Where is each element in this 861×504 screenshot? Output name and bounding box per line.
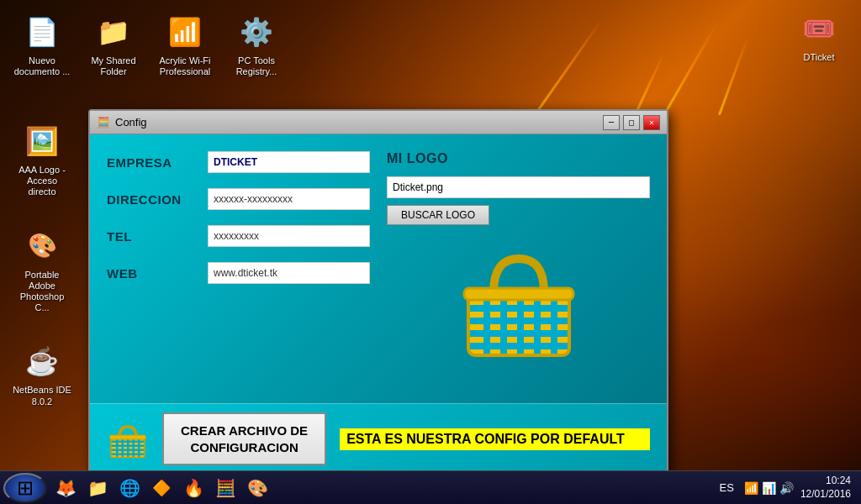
network-icon: 📶 [744,481,758,495]
empresa-row: EMPRESA [107,151,370,173]
my-shared-icon: 📁 [93,12,134,52]
empresa-input[interactable] [208,151,370,173]
my-shared-label: My Shared Folder [83,55,144,77]
aaa-label: AAA Logo - Acceso directo [12,165,72,198]
windows-logo-icon: ⊞ [17,476,34,500]
pctools-label: PC Tools Registry... [226,55,287,77]
buscar-logo-button[interactable]: BUSCAR LOGO [387,205,489,225]
svg-rect-7 [517,292,524,355]
left-panel: EMPRESA DIRECCION TEL WEB [107,151,370,368]
clock: 10:24 12/01/2016 [800,475,851,501]
desktop-icon-aaa[interactable]: 🖼️ AAA Logo - Acceso directo [8,118,76,202]
photoshop-icon: 🎨 [22,226,62,266]
window-titlebar: 🧮 Config ─ □ ✕ [90,111,667,134]
bottom-section: CREAR ARCHIVO DE CONFIGURACION ESTA ES N… [90,403,667,474]
acrylic-icon: 📶 [165,12,205,52]
direccion-row: DIRECCION [107,188,370,210]
clock-time: 10:24 [800,475,851,488]
nuevo-doc-icon: 📄 [22,12,62,52]
right-panel: MI LOGO BUSCAR LOGO [387,151,650,368]
taskbar-chrome[interactable]: 🌐 [114,473,145,503]
desktop-icon-acrylic[interactable]: 📶 Acrylic Wi-Fi Professional [151,8,219,81]
default-config-text: ESTA ES NUESTRA CONFIG POR DEFAULT [340,428,650,450]
tel-input[interactable] [208,225,370,247]
system-tray: 📶 📊 🔊 [744,481,794,495]
basket-area [387,234,650,368]
svg-rect-6 [500,292,507,355]
svg-rect-22 [138,437,140,457]
svg-rect-18 [116,437,119,457]
tel-row: TEL [107,225,370,247]
config-title-icon: 🧮 [97,116,110,129]
desktop-icon-dticket[interactable]: 🎟️ DTicket [785,8,853,63]
desktop-icon-nuevo-doc[interactable]: 📄 Nuevo documento ... [8,8,76,81]
aaa-icon: 🖼️ [22,121,62,161]
svg-rect-11 [464,288,573,300]
netbeans-label: NetBeans IDE 8.0.2 [12,385,72,407]
acrylic-label: Acrylic Wi-Fi Professional [155,55,215,77]
maximize-button[interactable]: □ [623,115,640,130]
tel-label: TEL [107,229,199,244]
svg-rect-5 [483,292,490,355]
svg-rect-19 [122,437,124,457]
small-basket-icon [107,418,149,460]
clock-date: 12/01/2016 [800,488,851,501]
svg-rect-8 [534,292,541,355]
minimize-button[interactable]: ─ [603,115,620,130]
svg-rect-20 [127,437,129,457]
netbeans-icon: ☕ [22,341,62,381]
web-label: WEB [107,266,199,281]
desktop: 📄 Nuevo documento ... 📁 My Shared Folder… [0,0,861,504]
taskbar-right: ES 📶 📊 🔊 10:24 12/01/2016 [720,475,858,501]
desktop-icon-photoshop[interactable]: 🎨 Portable Adobe Photoshop C... [8,223,76,318]
basket-icon [452,234,586,368]
photoshop-label: Portable Adobe Photoshop C... [12,270,72,314]
crear-archivo-button[interactable]: CREAR ARCHIVO DE CONFIGURACION [162,412,326,465]
svg-rect-24 [110,435,146,439]
config-window: 🧮 Config ─ □ ✕ EMPRESA DIRECCION [88,109,668,475]
desktop-icon-pctools[interactable]: ⚙️ PC Tools Registry... [223,8,290,81]
taskbar-fire[interactable]: 🔥 [178,473,209,503]
desktop-icon-my-shared[interactable]: 📁 My Shared Folder [80,8,147,81]
form-grid: EMPRESA DIRECCION TEL WEB [107,151,650,368]
dticket-icon: 🎟️ [799,8,839,49]
mi-logo-title: MI LOGO [387,151,650,166]
window-title: 🧮 Config [97,116,147,129]
start-button[interactable]: ⊞ [3,473,47,503]
pctools-icon: ⚙️ [236,12,277,52]
volume-icon: 🔊 [779,481,794,495]
empresa-label: EMPRESA [107,155,199,170]
taskbar-folder[interactable]: 📁 [82,473,113,503]
desktop-icon-netbeans[interactable]: ☕ NetBeans IDE 8.0.2 [8,338,76,410]
taskbar-icons: 🦊 📁 🌐 🔶 🔥 🧮 🎨 [50,473,720,503]
taskbar-paint[interactable]: 🎨 [242,473,272,503]
svg-rect-21 [133,437,135,457]
taskbar: ⊞ 🦊 📁 🌐 🔶 🔥 🧮 🎨 ES 📶 📊 🔊 10:24 12/01/201… [0,470,861,504]
signal-icon: 📊 [762,481,776,495]
taskbar-firefox[interactable]: 🦊 [50,473,81,503]
direccion-input[interactable] [208,188,370,210]
logo-filename-input[interactable] [387,176,650,198]
taskbar-calc[interactable]: 🧮 [210,473,240,503]
close-button[interactable]: ✕ [643,115,660,130]
language-indicator: ES [720,481,734,494]
direccion-label: DIRECCION [107,192,199,207]
dticket-label: DTicket [804,52,835,63]
web-row: WEB [107,262,370,284]
web-input[interactable] [208,262,370,284]
window-body: EMPRESA DIRECCION TEL WEB [90,134,667,403]
window-controls: ─ □ ✕ [603,115,660,130]
nuevo-doc-label: Nuevo documento ... [12,55,72,77]
svg-rect-9 [551,292,557,355]
taskbar-vlc[interactable]: 🔶 [146,473,177,503]
